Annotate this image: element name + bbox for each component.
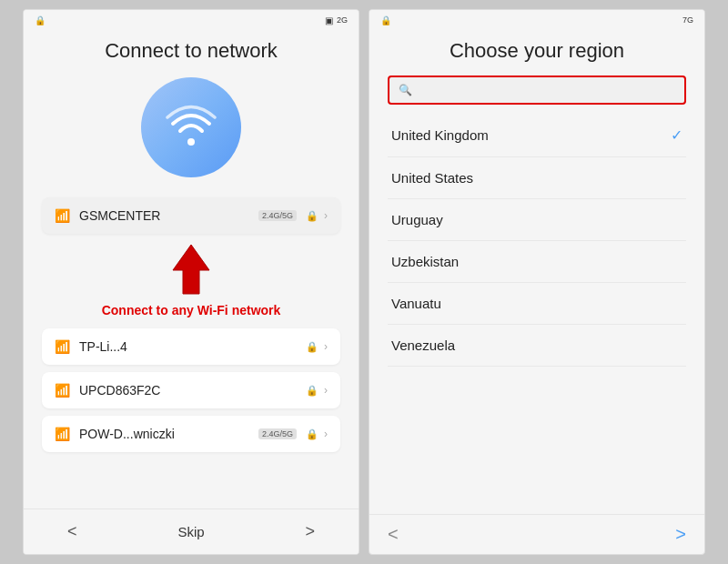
region-item-uz[interactable]: Uzbekistan [388,241,686,283]
network-name: POW-D...wniczki [79,427,249,441]
skip-button[interactable]: Skip [177,524,204,539]
region-name: United Kingdom [391,127,489,143]
lock-status-icon: 🔒 [35,15,46,25]
region-name: Vanuatu [391,296,441,311]
region-name: Venezuela [391,337,455,353]
region-item-uy[interactable]: Uruguay [388,199,686,241]
chevron-right-icon: › [324,209,328,222]
wifi-icon: 📶 [55,339,70,354]
network-badge: 2.4G/5G [258,210,297,221]
wifi-icon: 📶 [55,427,70,441]
network-name: TP-Li...4 [79,339,297,354]
network-lock-icon: 🔒 [306,341,318,353]
lock-status-icon: 🔒 [380,15,391,25]
phone1: 🔒 ▣ 2G Connect to network 📶 [23,9,359,555]
network-item[interactable]: 📶 GSMCENTER 2.4G/5G 🔒 › [42,197,340,234]
phone2-content: Choose your region 🔍 United Kingdom ✓ Un… [369,30,704,514]
region-name: Uruguay [391,212,443,227]
signal-icon: ▣ [325,15,333,25]
status-bar-phone2: 🔒 7G [369,10,704,30]
region-name: Uzbekistan [391,254,459,269]
network-item[interactable]: 📶 TP-Li...4 🔒 › [42,328,340,365]
red-arrow-svg [168,243,214,296]
chevron-right-icon: › [324,428,328,440]
network-name: UPCD863F2C [79,383,297,398]
network-name: GSMCENTER [79,208,249,223]
network-item[interactable]: 📶 POW-D...wniczki 2.4G/5G 🔒 › [42,416,340,452]
search-icon: 🔍 [399,84,412,96]
bottom-nav-phone1: < Skip > [24,509,359,554]
region-item-vu[interactable]: Vanuatu [388,283,686,325]
status-bar-phone1: 🔒 ▣ 2G [24,10,359,30]
region-item-uk[interactable]: United Kingdom ✓ [388,114,686,157]
connect-title: Connect to network [105,39,278,63]
network-badge: 2.4G/5G [258,428,297,439]
search-input[interactable] [418,83,675,97]
battery-icon: 7G [682,15,693,25]
region-item-ve[interactable]: Venezuela [388,325,686,367]
bottom-nav-phone2: < > [369,514,704,554]
phone1-content: Connect to network 📶 GSMCENTER 2.4G/5G 🔒 [24,30,359,509]
battery-icon: 2G [337,15,348,25]
search-box[interactable]: 🔍 [388,76,686,105]
network-lock-icon: 🔒 [306,385,318,397]
region-title: Choose your region [388,39,686,63]
red-arrow-container [42,241,340,296]
network-icons: 🔒 › [306,209,328,222]
back-button-region[interactable]: < [388,524,399,545]
wifi-icon: 📶 [55,208,70,223]
network-lock-icon: 🔒 [306,210,318,222]
region-list: United Kingdom ✓ United States Uruguay U… [388,114,686,505]
status-right: 7G [682,15,693,25]
wifi-svg [164,100,218,155]
forward-button[interactable]: > [298,519,322,545]
wifi-icon: 📶 [55,383,70,398]
wifi-circle-icon [141,77,241,177]
network-item[interactable]: 📶 UPCD863F2C 🔒 › [42,372,340,408]
chevron-right-icon: › [324,384,328,397]
network-lock-icon: 🔒 [306,428,318,440]
back-button[interactable]: < [60,519,85,545]
status-right: ▣ 2G [325,15,348,25]
chevron-right-icon: › [324,340,328,353]
checkmark-icon: ✓ [671,126,682,144]
svg-marker-0 [173,245,209,294]
annotation-text: Connect to any Wi-Fi network [42,303,340,317]
network-icons: 🔒 › [306,384,328,397]
network-icons: 🔒 › [306,428,328,440]
region-name: United States [391,170,473,186]
status-left: 🔒 [35,15,46,25]
phone2: 🔒 7G Choose your region 🔍 United Kingdom… [369,9,705,555]
network-list: 📶 GSMCENTER 2.4G/5G 🔒 › Connect to any [42,197,340,452]
region-item-us[interactable]: United States [388,157,686,199]
status-left: 🔒 [380,15,391,25]
forward-button-region[interactable]: > [675,524,686,545]
network-icons: 🔒 › [306,340,328,353]
